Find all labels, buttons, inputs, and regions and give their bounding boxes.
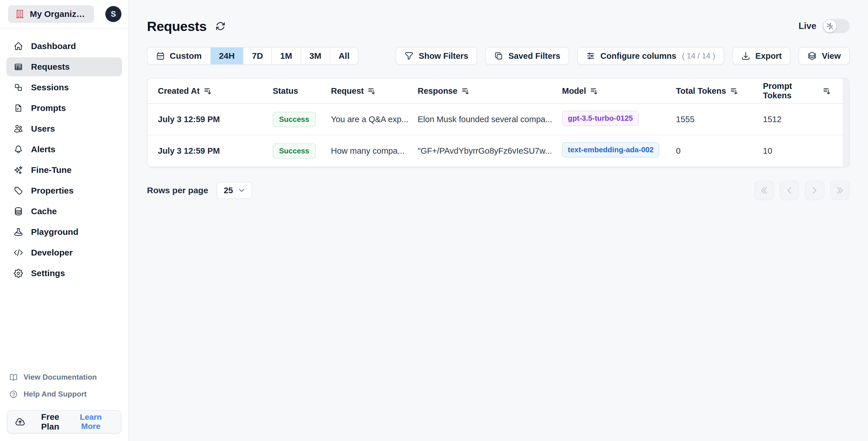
live-toggle[interactable] [823,19,849,33]
sidebar-item-label: Alerts [31,144,55,154]
column-header-created-at[interactable]: Created At [158,86,273,96]
sidebar-item-sessions[interactable]: Sessions [6,78,122,97]
sidebar-item-label: Properties [31,186,73,196]
sort-icon[interactable] [730,87,738,95]
users-icon [14,124,23,133]
sidebar-item-users[interactable]: Users [6,119,122,138]
pagination-controls [754,181,849,200]
rows-per-page-label: Rows per page [147,185,208,195]
column-header-response[interactable]: Response [417,86,562,96]
code-icon [14,248,23,257]
sidebar-item-fine-tune[interactable]: Fine-Tune [6,161,122,179]
sort-icon[interactable] [368,87,375,95]
sidebar-item-label: Developer [31,248,73,258]
prompt-tokens-cell: 10 [763,146,831,156]
question-circle-icon [9,390,18,399]
column-header-request[interactable]: Request [331,86,417,96]
sidebar-item-label: Sessions [31,82,69,92]
page-header: Requests Live [147,18,849,34]
sort-icon[interactable] [462,87,469,95]
table-scrollbar-gutter[interactable] [843,78,849,167]
link-label: Help And Support [24,390,87,399]
sidebar-item-label: Prompts [31,103,66,113]
sidebar-item-dashboard[interactable]: Dashboard [6,37,122,56]
table-header-row: Created At Status Request Response Model… [148,78,849,104]
org-switcher-button[interactable]: My Organizatio... [8,5,94,23]
time-range-7d[interactable]: 7D [244,47,272,64]
sort-icon[interactable] [823,87,831,95]
model-cell: text-embedding-ada-002 [562,142,676,160]
status-cell: Success [273,112,331,127]
toolbar-actions: Show Filters Saved Filters Configure col… [396,47,849,65]
chevron-down-icon [238,187,245,194]
column-header-model[interactable]: Model [562,86,676,96]
link-label: View Documentation [24,373,97,382]
sidebar-item-properties[interactable]: Properties [6,181,122,200]
model-badge: gpt-3.5-turbo-0125 [562,111,639,126]
sort-icon[interactable] [204,87,212,95]
time-range-3m[interactable]: 3M [301,47,330,64]
column-header-prompt-tokens[interactable]: Prompt Tokens [763,81,831,100]
layers-icon [807,51,817,61]
view-documentation-link[interactable]: View Documentation [7,369,121,386]
requests-table: Created At Status Request Response Model… [147,78,849,167]
bolt-slash-icon [826,22,834,30]
sidebar-item-label: Fine-Tune [31,165,71,175]
model-cell: gpt-3.5-turbo-0125 [562,111,676,128]
table-row[interactable]: July 3 12:59 PM Success How many compa..… [148,135,849,167]
time-range-24h[interactable]: 24H [211,47,244,64]
rows-per-page-select[interactable]: 25 [217,182,252,199]
sidebar-item-requests[interactable]: Requests [6,57,122,76]
calendar-icon [156,51,165,61]
previous-page-button[interactable] [780,181,799,200]
model-badge: text-embedding-ada-002 [562,142,659,158]
time-range-all[interactable]: All [330,47,358,64]
total-tokens-cell: 1555 [676,115,763,124]
sort-icon[interactable] [590,87,598,95]
chevron-left-icon [785,186,794,195]
sidebar-item-label: Requests [31,62,70,72]
next-page-button[interactable] [805,181,825,200]
sidebar-item-label: Settings [31,268,65,278]
avatar[interactable]: S [105,6,121,22]
sidebar-item-developer[interactable]: Developer [6,243,122,262]
status-cell: Success [273,143,331,159]
created-at-cell: July 3 12:59 PM [158,115,273,124]
time-range-1m[interactable]: 1M [272,47,301,64]
chevrons-right-icon [835,186,844,195]
sidebar-nav: Dashboard Requests Sessions Prompts User… [0,29,128,284]
request-cell: You are a Q&A exp... [331,115,417,124]
sidebar-item-playground[interactable]: Playground [6,223,122,241]
help-and-support-link[interactable]: Help And Support [7,386,121,403]
column-header-total-tokens[interactable]: Total Tokens [676,86,763,96]
live-label: Live [799,21,816,31]
sidebar-item-prompts[interactable]: Prompts [6,99,122,117]
refresh-button[interactable] [215,21,226,31]
column-header-status[interactable]: Status [273,86,331,96]
database-icon [14,207,23,216]
saved-filters-button[interactable]: Saved Filters [485,47,569,65]
beaker-icon [14,227,23,237]
building-icon [15,9,25,19]
home-icon [14,42,23,51]
toggle-knob [824,20,836,32]
chevron-right-icon [810,186,819,195]
cloud-upload-icon [15,417,25,427]
learn-more-link[interactable]: Learn More [69,413,112,431]
download-icon [741,51,750,61]
configure-columns-button[interactable]: Configure columns ( 14 / 14 ) [577,47,724,65]
page-title: Requests [147,19,207,34]
view-button[interactable]: View [799,47,849,65]
document-icon [14,103,23,113]
first-page-button[interactable] [754,181,774,200]
sidebar-item-alerts[interactable]: Alerts [6,140,122,159]
last-page-button[interactable] [830,181,849,200]
export-button[interactable]: Export [732,47,791,65]
table-row[interactable]: July 3 12:59 PM Success You are a Q&A ex… [148,104,849,135]
sidebar-item-settings[interactable]: Settings [6,264,122,283]
sidebar-item-label: Cache [31,206,57,216]
sidebar-item-cache[interactable]: Cache [6,202,122,221]
free-plan-button[interactable]: Free Plan Learn More [7,410,121,434]
time-range-custom[interactable]: Custom [148,47,211,64]
show-filters-button[interactable]: Show Filters [396,47,477,65]
